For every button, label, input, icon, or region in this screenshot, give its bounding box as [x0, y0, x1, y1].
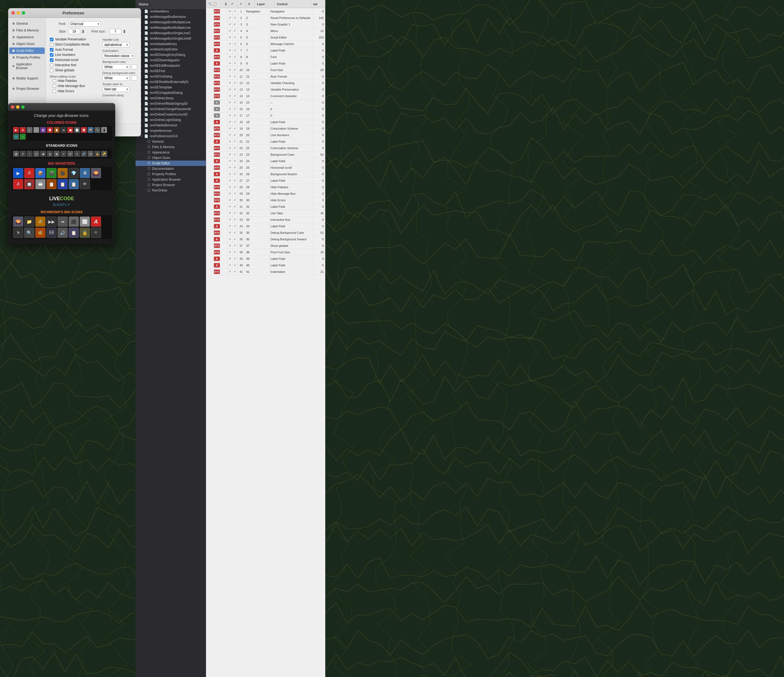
std-icon-1[interactable]: ▦ — [13, 151, 19, 157]
file-tree-item[interactable]: ▶📄revSETemplate — [135, 85, 206, 90]
size-stepper[interactable]: ⬍ — [81, 29, 85, 34]
file-tree-item[interactable]: ▶📄revSEGoDialog — [135, 74, 206, 79]
file-tree-item[interactable]: ▶📄revSEFind — [135, 69, 206, 74]
table-row[interactable]: A✓✓2121Label Field0 — [206, 138, 325, 145]
table-row[interactable]: A✓✓77Label Field0 — [206, 47, 325, 54]
table-row[interactable]: BTN✓✓1313Variable Preservation0 — [206, 86, 325, 93]
richmond-icon-14[interactable]: 📋 — [68, 228, 79, 238]
std-icon-2[interactable]: A — [20, 151, 26, 157]
table-row[interactable]: BTN✓✓2020Line Numbers0 — [206, 132, 325, 138]
richmond-icon-6[interactable]: ⬛ — [68, 217, 79, 227]
file-tree-item[interactable]: ▶📄revMessageBoxMultipleLine — [135, 20, 206, 25]
icons-maximize-button[interactable] — [21, 105, 25, 109]
std-icon-10[interactable]: ⊡ — [74, 151, 80, 157]
table-row[interactable]: BTN✓✓44Menu12 — [206, 28, 325, 34]
file-tree-item[interactable]: ☐RevOnline — [135, 188, 206, 193]
file-tree-item[interactable]: ☐Files & Memory — [135, 144, 206, 150]
horiz-scroll-checkbox[interactable] — [50, 58, 53, 62]
line-numbers-checkbox[interactable] — [50, 53, 53, 57]
sidebar-item-general[interactable]: General — [9, 20, 45, 27]
table-row[interactable]: BTN✓✓66Message Catcher0 — [206, 41, 325, 47]
icon-img3-colored[interactable]: 📋 — [54, 127, 60, 133]
file-tree-item[interactable]: ▶📄revOnlineLoginDialog — [135, 117, 206, 123]
monster-icon-6[interactable]: 💎 — [68, 168, 79, 178]
richmond-icon-9[interactable]: 🖱 — [13, 228, 23, 238]
file-tree-item[interactable]: ▶📄revpreferences — [135, 128, 206, 133]
file-tree-item[interactable]: ▶📄revSEModifiedExternallyDi — [135, 79, 206, 85]
richmond-icon-12[interactable]: 🎞 — [47, 228, 57, 238]
hide-message-box-checkbox[interactable] — [53, 84, 56, 88]
file-tree-item[interactable]: ▶📄revMessageBoxBehavior — [135, 14, 206, 20]
colorization-select[interactable] — [103, 53, 135, 59]
richmond-icon-1[interactable]: 🌄 — [13, 217, 23, 227]
sidebar-item-object-sizes[interactable]: Object Sizes — [9, 41, 45, 47]
props-sort-icon[interactable]: ⬍ — [224, 2, 227, 6]
monster-icon-5[interactable]: 🎥 — [58, 168, 68, 178]
table-row[interactable]: BTN✓✓1919Colorization Scheme0 — [206, 125, 325, 132]
icon-img1-colored[interactable]: 🖼 — [40, 127, 46, 133]
icons-close-button[interactable] — [11, 105, 14, 109]
monster-icon-15[interactable]: 👁 — [80, 179, 90, 189]
sidebar-item-project-browser[interactable]: Project Browser — [9, 86, 45, 92]
file-tree-item[interactable]: ☐Project Browser — [135, 182, 206, 188]
file-tree-item[interactable]: ☐General — [135, 139, 206, 144]
table-row[interactable]: BTN✓✓3535Debug Background Color52 — [206, 229, 325, 236]
icon-a-colored[interactable]: A — [20, 127, 26, 133]
std-icon-12[interactable]: ⊞ — [87, 151, 93, 157]
table-row[interactable]: ⊞✓✓1717//0 — [206, 112, 325, 119]
table-row[interactable]: A✓✓2727Label Field0 — [206, 177, 325, 184]
print-size-input[interactable] — [109, 29, 121, 34]
auto-format-checkbox[interactable] — [50, 48, 53, 51]
table-row[interactable]: A✓✓3434Label Field0 — [206, 223, 325, 229]
show-globals-checkbox[interactable] — [50, 69, 53, 72]
icon-img12-colored[interactable]: ▪ — [20, 134, 26, 140]
std-icon-8[interactable]: ⊕ — [61, 151, 67, 157]
table-row[interactable]: BTN✓✓2222Colorization Scheme0 — [206, 145, 325, 151]
monster-icon-2[interactable]: A — [24, 168, 34, 178]
sidebar-item-application-browser[interactable]: Application Browser — [9, 61, 45, 71]
table-row[interactable]: A✓✓2626Background Swatch0 — [206, 171, 325, 177]
std-icon-7[interactable]: ◉ — [54, 151, 60, 157]
table-row[interactable]: A✓✓2424Label Field0 — [206, 158, 325, 164]
file-tree-item[interactable]: ▶📄revSEUnappliedDialog — [135, 90, 206, 95]
table-row[interactable]: BTN✓✓3333Interactive find0 — [206, 217, 325, 223]
sidebar-item-appearance[interactable]: Appearance — [9, 34, 45, 41]
monster-icon-4[interactable]: 🎬 — [47, 168, 57, 178]
handler-list-select[interactable] — [103, 42, 129, 47]
table-row[interactable]: BTN✓✓1010Font Size29 — [206, 67, 325, 73]
table-row[interactable]: BTN✓✓88Font0 — [206, 54, 325, 60]
table-row[interactable]: BTN✓✓55Script Editor163 — [206, 34, 325, 41]
sidebar-item-files-memory[interactable]: Files & Memory — [9, 27, 45, 34]
table-row[interactable]: A✓✓99Label Field0 — [206, 60, 325, 67]
icon-img9-colored[interactable]: 🔧 — [94, 127, 100, 133]
sidebar-item-mobile-support[interactable]: Mobile Support — [9, 75, 45, 82]
richmond-icon-2[interactable]: 📁 — [24, 217, 34, 227]
table-row[interactable]: BTN✓✓2323Background Color52 — [206, 151, 325, 158]
font-select[interactable] — [68, 21, 101, 27]
file-tree-item[interactable]: ▶📄revOnlineAffiliateSignupDi — [135, 101, 206, 106]
monster-icon-9[interactable]: A — [13, 179, 23, 189]
icon-img7-colored[interactable]: 🖼 — [81, 127, 87, 133]
file-tree-item[interactable]: ☐Object Sizes — [135, 155, 206, 161]
debug-bg-color-swatch[interactable] — [131, 76, 137, 81]
icons-minimize-button[interactable] — [16, 105, 20, 109]
table-row[interactable]: A✓✓3939Label Field0 — [206, 256, 325, 262]
table-row[interactable]: BTN✓✓3232Use Tabs16 — [206, 210, 325, 217]
table-row[interactable]: A✓✓3131Label Field0 — [206, 203, 325, 210]
table-row[interactable]: BTN✓✓2929Hide Message Box3 — [206, 190, 325, 197]
std-icon-9[interactable]: ⊟ — [67, 151, 73, 157]
monster-icon-12[interactable]: 📋 — [47, 179, 57, 189]
bg-color-select[interactable] — [103, 64, 129, 70]
table-row[interactable]: BTN✓✓33New Graphic 10 — [206, 21, 325, 28]
table-row[interactable]: BTN✓✓2828Hide Palettes3 — [206, 184, 325, 190]
richmond-icon-10[interactable]: 🔍 — [24, 228, 34, 238]
table-row[interactable]: BTN✓✓3737Show globals0 — [206, 242, 325, 249]
file-tree-item[interactable]: ☐Documentation — [135, 166, 206, 172]
file-tree-item[interactable]: ▶📄revmetadatalibrary — [135, 41, 206, 47]
file-tree-item[interactable]: ▶📄revOnlineLibrary — [135, 95, 206, 101]
file-tree-item[interactable]: ▶📄revMessageBoxSingleLineM — [135, 36, 206, 41]
std-icon-6[interactable]: ▧ — [47, 151, 53, 157]
hide-errors-checkbox[interactable] — [53, 89, 56, 93]
icon-img11-colored[interactable]: 🌐 — [13, 134, 19, 140]
richmond-icon-4[interactable]: ▶▶ — [47, 217, 57, 227]
